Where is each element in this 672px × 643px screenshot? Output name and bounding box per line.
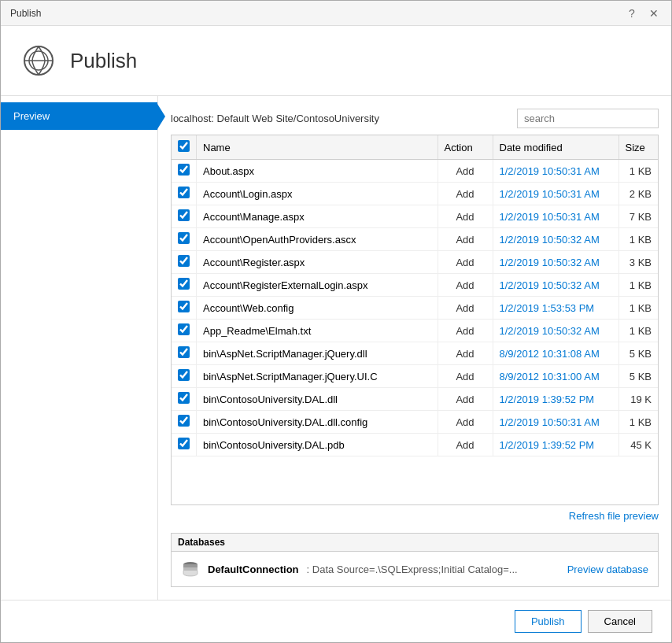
- table-row: bin\ContosoUniversity.DAL.dll.config Add…: [172, 411, 658, 434]
- databases-header: Databases: [172, 534, 658, 552]
- row-size: 1 KB: [618, 411, 658, 434]
- row-size: 3 KB: [618, 251, 658, 274]
- row-checkbox[interactable]: [178, 301, 190, 312]
- page-title: Publish: [70, 49, 137, 73]
- table-row: bin\ContosoUniversity.DAL.dll Add 1/2/20…: [172, 388, 658, 411]
- row-name: bin\AspNet.ScriptManager.jQuery.UI.C: [197, 365, 438, 388]
- table-row: Account\Login.aspx Add 1/2/2019 10:50:31…: [172, 183, 658, 205]
- row-check-cell[interactable]: [172, 342, 197, 365]
- row-check-cell[interactable]: [172, 388, 197, 411]
- row-checkbox[interactable]: [178, 392, 190, 404]
- row-size: 5 KB: [618, 342, 658, 365]
- row-size: 1 KB: [618, 228, 658, 251]
- row-date: 1/2/2019 10:50:32 AM: [493, 320, 618, 342]
- row-action: Add: [438, 434, 493, 456]
- row-name: Account\Login.aspx: [197, 183, 438, 205]
- content-area: Preview localhost: Default Web Site/Cont…: [1, 96, 671, 600]
- row-checkbox[interactable]: [178, 232, 190, 244]
- row-name: Account\RegisterExternalLogin.aspx: [197, 274, 438, 297]
- row-date: 1/2/2019 10:50:32 AM: [493, 251, 618, 274]
- table-row: bin\AspNet.ScriptManager.jQuery.dll Add …: [172, 342, 658, 365]
- row-checkbox[interactable]: [178, 415, 190, 427]
- file-table-body: About.aspx Add 1/2/2019 10:50:31 AM 1 KB…: [172, 160, 658, 456]
- db-connection-name: DefaultConnection: [208, 564, 299, 575]
- row-date: 1/2/2019 10:50:31 AM: [493, 205, 618, 228]
- location-bar: localhost: Default Web Site/ContosoUnive…: [171, 109, 659, 128]
- row-check-cell[interactable]: [172, 160, 197, 183]
- refresh-row: Refresh file preview: [171, 505, 659, 527]
- refresh-file-preview-link[interactable]: Refresh file preview: [569, 510, 659, 522]
- row-check-cell[interactable]: [172, 183, 197, 205]
- row-date: 1/2/2019 1:39:52 PM: [493, 434, 618, 456]
- row-action: Add: [438, 183, 493, 205]
- publish-dialog: Publish ? ✕ Publish Preview: [0, 0, 672, 643]
- row-checkbox[interactable]: [178, 346, 190, 358]
- row-size: 1 KB: [618, 297, 658, 320]
- help-button[interactable]: ?: [624, 6, 640, 21]
- table-row: Account\OpenAuthProviders.ascx Add 1/2/2…: [172, 228, 658, 251]
- row-check-cell[interactable]: [172, 251, 197, 274]
- row-date: 1/2/2019 10:50:32 AM: [493, 274, 618, 297]
- title-bar-buttons: ? ✕: [624, 6, 662, 21]
- db-connection-string: : Data Source=.\SQLExpress;Initial Catal…: [307, 564, 518, 575]
- databases-section: Databases DefaultConnection : Data Sourc…: [171, 533, 659, 587]
- table-row: bin\AspNet.ScriptManager.jQuery.UI.C Add…: [172, 365, 658, 388]
- row-action: Add: [438, 388, 493, 411]
- row-action: Add: [438, 342, 493, 365]
- row-size: 1 KB: [618, 160, 658, 183]
- row-size: 2 KB: [618, 183, 658, 205]
- row-size: 5 KB: [618, 365, 658, 388]
- table-row: bin\ContosoUniversity.DAL.pdb Add 1/2/20…: [172, 434, 658, 456]
- row-name: About.aspx: [197, 160, 438, 183]
- search-input[interactable]: [517, 109, 659, 128]
- row-check-cell[interactable]: [172, 365, 197, 388]
- row-action: Add: [438, 274, 493, 297]
- row-name: bin\ContosoUniversity.DAL.dll.config: [197, 411, 438, 434]
- row-check-cell[interactable]: [172, 297, 197, 320]
- title-bar-text: Publish: [10, 8, 41, 19]
- row-checkbox[interactable]: [178, 209, 190, 221]
- row-action: Add: [438, 297, 493, 320]
- row-checkbox[interactable]: [178, 164, 190, 176]
- publish-button[interactable]: Publish: [515, 610, 582, 633]
- row-action: Add: [438, 411, 493, 434]
- dialog-header: Publish: [1, 26, 671, 96]
- row-name: Account\Manage.aspx: [197, 205, 438, 228]
- preview-database-link[interactable]: Preview database: [567, 564, 648, 575]
- table-row: App_Readme\Elmah.txt Add 1/2/2019 10:50:…: [172, 320, 658, 342]
- check-all-checkbox[interactable]: [178, 140, 190, 152]
- table-row: Account\RegisterExternalLogin.aspx Add 1…: [172, 274, 658, 297]
- row-date: 1/2/2019 10:50:31 AM: [493, 411, 618, 434]
- col-header-action: Action: [438, 135, 493, 160]
- row-check-cell[interactable]: [172, 434, 197, 456]
- check-all-header[interactable]: [172, 135, 197, 160]
- row-size: 45 K: [618, 434, 658, 456]
- row-name: App_Readme\Elmah.txt: [197, 320, 438, 342]
- row-check-cell[interactable]: [172, 320, 197, 342]
- row-check-cell[interactable]: [172, 205, 197, 228]
- row-checkbox[interactable]: [178, 278, 190, 290]
- row-checkbox[interactable]: [178, 438, 190, 449]
- row-check-cell[interactable]: [172, 274, 197, 297]
- col-header-date: Date modified: [493, 135, 618, 160]
- databases-content: DefaultConnection : Data Source=.\SQLExp…: [172, 552, 658, 586]
- sidebar: Preview: [1, 96, 158, 600]
- row-checkbox[interactable]: [178, 323, 190, 335]
- row-action: Add: [438, 251, 493, 274]
- sidebar-item-preview[interactable]: Preview: [1, 102, 157, 130]
- row-name: Account\Register.aspx: [197, 251, 438, 274]
- row-check-cell[interactable]: [172, 411, 197, 434]
- row-name: bin\ContosoUniversity.DAL.pdb: [197, 434, 438, 456]
- row-check-cell[interactable]: [172, 228, 197, 251]
- row-checkbox[interactable]: [178, 369, 190, 381]
- close-button[interactable]: ✕: [646, 6, 662, 21]
- row-date: 1/2/2019 10:50:31 AM: [493, 183, 618, 205]
- cancel-button[interactable]: Cancel: [588, 610, 652, 633]
- row-checkbox[interactable]: [178, 187, 190, 198]
- row-checkbox[interactable]: [178, 255, 190, 267]
- database-icon: [181, 560, 200, 578]
- table-row: Account\Web.config Add 1/2/2019 1:53:53 …: [172, 297, 658, 320]
- title-bar: Publish ? ✕: [1, 1, 671, 26]
- dialog-footer: Publish Cancel: [1, 600, 671, 642]
- table-header-row: Name Action Date modified Size: [172, 135, 658, 160]
